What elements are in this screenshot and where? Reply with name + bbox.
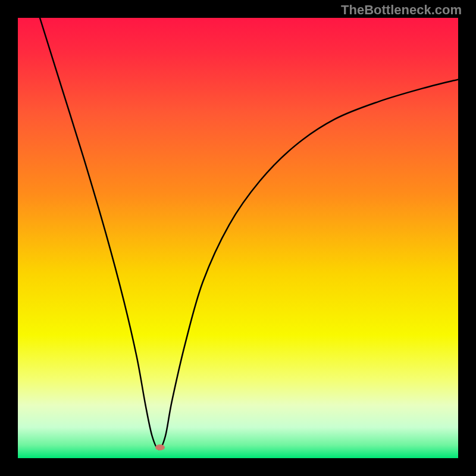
bottleneck-curve: [40, 18, 458, 449]
curve-layer: [18, 18, 458, 458]
chart-container: TheBottleneck.com: [0, 0, 476, 476]
optimal-marker: [155, 444, 165, 450]
watermark-text: TheBottleneck.com: [341, 2, 462, 18]
plot-area: [18, 18, 458, 458]
